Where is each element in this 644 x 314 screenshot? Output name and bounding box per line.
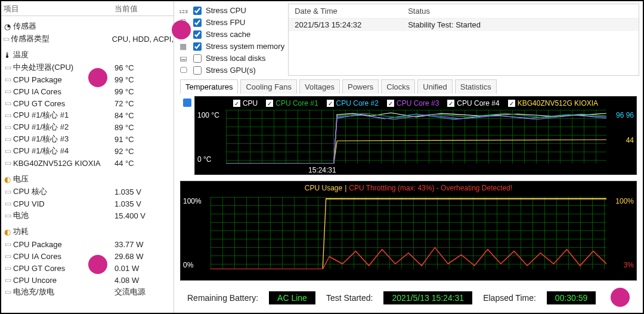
chip-icon: ▭ xyxy=(2,75,13,84)
sensor-row[interactable]: ▭CPU #1/核心 #391 °C xyxy=(1,133,174,145)
chip-icon: ▭ xyxy=(2,111,13,119)
chip-icon: ▭ xyxy=(2,87,13,96)
sensor-tree-pane: 项目 当前值 ◔ 传感器 ▭ 传感器类型 CPU, HDD, ACPI, 🌡 温… xyxy=(1,1,174,313)
sensor-row[interactable]: ▭电池15.400 V xyxy=(1,210,174,221)
stress-option[interactable]: ▦Stress system memory xyxy=(178,41,284,52)
chip-icon: ▭ xyxy=(2,252,13,260)
legend-checkbox[interactable]: ✓ xyxy=(327,100,334,107)
stress-type-icon: ▦ xyxy=(178,42,188,51)
elapsed-value: 00:30:59 xyxy=(547,291,596,304)
stress-checkbox[interactable] xyxy=(193,42,202,51)
stress-checkbox[interactable] xyxy=(193,30,202,39)
annotation-dot xyxy=(88,68,107,87)
cpu-usage-graph[interactable]: CPU Usage|CPU Throttling (max: 43%) - Ov… xyxy=(180,181,637,281)
stress-checkbox[interactable] xyxy=(193,7,202,15)
thermometer-icon: 🌡 xyxy=(2,50,12,60)
test-started-label: Test Started: xyxy=(326,293,373,303)
sensor-row[interactable]: ▭CPU 核心1.035 V xyxy=(1,186,174,198)
tab-powers[interactable]: Powers xyxy=(342,79,379,94)
graph-scroll[interactable] xyxy=(180,96,194,175)
stress-checkbox[interactable] xyxy=(193,66,202,75)
stress-option[interactable]: 🖴Stress local disks xyxy=(178,53,284,64)
sensor-row[interactable]: ▭CPU Package33.77 W xyxy=(1,238,174,250)
sensor-row[interactable]: ▭CPU GT Cores72 °C xyxy=(1,97,174,109)
sensor-type-row[interactable]: ▭ 传感器类型 CPU, HDD, ACPI, xyxy=(1,33,174,45)
tab-voltages[interactable]: Voltages xyxy=(299,79,340,94)
log-row[interactable]: 2021/5/13 15:24:32 Stability Test: Start… xyxy=(289,19,639,31)
legend-item[interactable]: ✓CPU Core #1 xyxy=(266,99,318,107)
chip-icon: ▭ xyxy=(2,211,13,220)
chip-icon: ▭ xyxy=(2,276,13,284)
stress-option[interactable]: ▦Stress cache xyxy=(178,29,284,40)
stress-type-icon: 🖴 xyxy=(178,54,188,63)
legend-checkbox[interactable]: ✓ xyxy=(508,100,515,107)
stress-options: ₁₂₃Stress CPU🖩Stress FPU▦Stress cache▦St… xyxy=(178,4,284,76)
tab-temperatures[interactable]: Temperatures xyxy=(180,79,238,94)
stress-label: Stress local disks xyxy=(206,54,265,63)
legend-item[interactable]: ✓CPU Core #4 xyxy=(447,99,499,107)
tab-cooling-fans[interactable]: Cooling Fans xyxy=(240,79,297,94)
power-icon: ◐ xyxy=(2,227,12,236)
sensor-row[interactable]: ▭电池充/放电交流电源 xyxy=(1,286,174,298)
annotation-dot xyxy=(611,288,630,307)
chip-icon: ▭ xyxy=(2,135,13,143)
chip-icon: ▭ xyxy=(2,240,13,248)
stress-label: Stress GPU(s) xyxy=(206,66,256,75)
stress-label: Stress system memory xyxy=(206,42,284,51)
col-header-item: 项目 xyxy=(1,4,114,14)
sensor-row[interactable]: ▭CPU IA Cores29.68 W xyxy=(1,250,174,262)
category-voltage[interactable]: ◐ 电压 xyxy=(1,173,174,186)
battery-value: AC Line xyxy=(269,291,315,304)
category-temperature[interactable]: 🌡 温度 xyxy=(1,48,174,61)
sensor-row[interactable]: ▭中央处理器(CPU)96 °C xyxy=(1,61,174,73)
chip-icon: ▭ xyxy=(2,35,11,43)
legend-item[interactable]: ✓CPU Core #3 xyxy=(387,99,439,107)
temperature-graph[interactable]: ✓CPU✓CPU Core #1✓CPU Core #2✓CPU Core #3… xyxy=(194,96,637,175)
chip-icon: ▭ xyxy=(2,288,13,296)
annotation-dot xyxy=(88,255,107,274)
test-started-value: 2021/5/13 15:24:31 xyxy=(383,291,472,304)
category-sensors[interactable]: ◔ 传感器 xyxy=(1,20,174,33)
graph-tabs: TemperaturesCooling FansVoltagesPowersCl… xyxy=(174,79,643,94)
sensor-row[interactable]: ▭KBG40ZNV512G KIOXIA44 °C xyxy=(1,157,174,169)
legend-checkbox[interactable]: ✓ xyxy=(387,100,394,107)
tab-clocks[interactable]: Clocks xyxy=(381,79,415,94)
voltage-icon: ◐ xyxy=(2,174,12,184)
sensor-row[interactable]: ▭CPU #1/核心 #289 °C xyxy=(1,121,174,133)
sensor-row[interactable]: ▭CPU Uncore4.08 W xyxy=(1,274,174,286)
chip-icon: ▭ xyxy=(2,159,13,167)
sensor-row[interactable]: ▭CPU IA Cores99 °C xyxy=(1,85,174,97)
status-bar: Remaining Battery: AC Line Test Started:… xyxy=(180,287,637,309)
col-header-value: 当前值 xyxy=(114,4,174,14)
legend-item[interactable]: ✓KBG40ZNV512G KIOXIA xyxy=(508,99,598,107)
sensor-row[interactable]: ▭CPU #1/核心 #492 °C xyxy=(1,145,174,157)
stress-option[interactable]: 🖵Stress GPU(s) xyxy=(178,64,284,76)
stress-option[interactable]: ₁₂₃Stress CPU xyxy=(178,5,284,16)
tab-statistics[interactable]: Statistics xyxy=(455,79,497,94)
sensor-row[interactable]: ▭CPU #1/核心 #184 °C xyxy=(1,109,174,121)
chip-icon: ▭ xyxy=(2,99,13,107)
legend-item[interactable]: ✓CPU Core #2 xyxy=(327,99,379,107)
battery-label: Remaining Battery: xyxy=(187,293,258,303)
log-table: Date & Time Status 2021/5/13 15:24:32 St… xyxy=(288,4,639,76)
chip-icon: ▭ xyxy=(2,147,13,155)
stress-option[interactable]: 🖩Stress FPU xyxy=(178,17,284,28)
annotation-dot xyxy=(172,20,191,39)
legend-checkbox[interactable]: ✓ xyxy=(447,100,454,107)
stress-label: Stress FPU xyxy=(206,18,245,27)
elapsed-label: Elapsed Time: xyxy=(483,293,536,303)
sensor-row[interactable]: ▭CPU GT Cores0.01 W xyxy=(1,262,174,274)
sensor-row[interactable]: ▭CPU VID1.035 V xyxy=(1,198,174,210)
sensor-row[interactable]: ▭CPU Package99 °C xyxy=(1,73,174,85)
category-power[interactable]: ◐ 功耗 xyxy=(1,225,174,238)
legend-item[interactable]: ✓CPU xyxy=(233,99,258,107)
tab-unified[interactable]: Unified xyxy=(417,79,452,94)
stress-checkbox[interactable] xyxy=(193,54,202,63)
log-col-status: Status xyxy=(408,7,633,16)
stress-type-icon: 🖵 xyxy=(178,66,188,75)
stress-checkbox[interactable] xyxy=(193,19,202,27)
chip-icon: ▭ xyxy=(2,264,13,272)
chip-icon: ▭ xyxy=(2,199,13,208)
legend-checkbox[interactable]: ✓ xyxy=(233,100,240,107)
legend-checkbox[interactable]: ✓ xyxy=(266,100,273,107)
